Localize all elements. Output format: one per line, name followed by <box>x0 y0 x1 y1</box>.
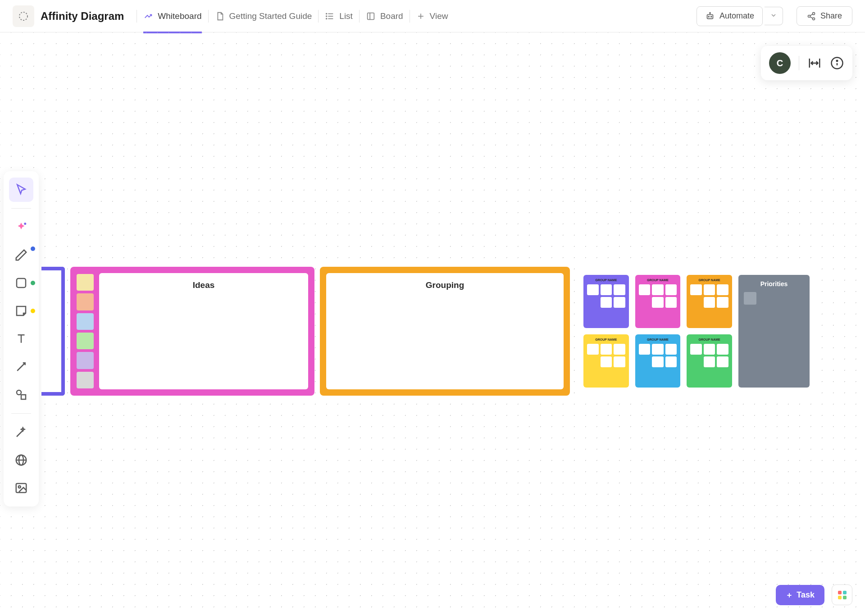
svg-point-18 <box>812 18 815 20</box>
chevron-down-icon <box>770 12 777 19</box>
cell[interactable] <box>614 297 625 308</box>
cell[interactable] <box>717 344 728 355</box>
tool-sticky[interactable] <box>9 299 33 323</box>
cube-item[interactable] <box>77 313 94 330</box>
cell[interactable] <box>587 284 599 295</box>
tab-label: List <box>339 11 353 21</box>
group-card[interactable]: GROUP NAME <box>687 334 732 388</box>
cell[interactable] <box>652 297 664 308</box>
svg-line-19 <box>810 14 813 15</box>
group-card[interactable]: GROUP NAME <box>635 275 681 328</box>
cell[interactable] <box>704 297 715 308</box>
cell[interactable] <box>704 356 715 367</box>
svg-point-39 <box>18 486 21 488</box>
page-title: Affinity Diagram <box>41 10 124 23</box>
group-card[interactable]: GROUP NAME <box>635 334 681 388</box>
divider <box>359 10 360 23</box>
cell[interactable] <box>690 284 702 295</box>
cell[interactable] <box>652 344 664 355</box>
cell[interactable] <box>601 284 612 295</box>
tool-connector[interactable] <box>9 355 33 379</box>
board-icon <box>366 11 376 21</box>
cell[interactable] <box>614 356 625 367</box>
tool-text[interactable] <box>9 327 33 351</box>
cell[interactable] <box>601 344 612 355</box>
cell[interactable] <box>652 284 664 295</box>
tab-board[interactable]: Board <box>366 8 403 25</box>
add-view-button[interactable]: View <box>416 11 448 21</box>
grouping-content[interactable]: Grouping <box>326 273 564 389</box>
tool-select[interactable] <box>9 178 33 202</box>
group-card[interactable]: GROUP NAME <box>687 275 732 328</box>
cell[interactable] <box>665 297 677 308</box>
cubes-column <box>77 273 94 389</box>
cell[interactable] <box>704 284 715 295</box>
cell[interactable] <box>639 344 651 355</box>
fit-width-button[interactable] <box>807 56 822 70</box>
tool-more-shapes[interactable] <box>9 383 33 407</box>
group-cells <box>690 284 728 308</box>
cell[interactable] <box>614 344 625 355</box>
svg-point-17 <box>808 15 810 17</box>
cell[interactable] <box>614 284 625 295</box>
cell[interactable] <box>717 284 728 295</box>
cell[interactable] <box>601 356 612 367</box>
tab-whiteboard[interactable]: Whiteboard <box>143 8 201 25</box>
automate-dropdown[interactable] <box>765 7 783 25</box>
cell[interactable] <box>639 284 651 295</box>
task-label: Task <box>797 590 815 600</box>
apps-icon <box>838 591 847 599</box>
priorities-panel[interactable]: Priorities <box>738 275 810 388</box>
svg-rect-7 <box>368 13 374 19</box>
info-button[interactable] <box>830 56 844 70</box>
ideas-content[interactable]: Ideas <box>99 273 308 389</box>
cell[interactable] <box>665 284 677 295</box>
group-cells <box>639 284 677 308</box>
ideas-title: Ideas <box>106 280 301 290</box>
share-icon <box>807 12 816 21</box>
group-card[interactable]: GROUP NAME <box>583 275 629 328</box>
svg-line-34 <box>17 431 23 437</box>
cell[interactable] <box>717 297 728 308</box>
whiteboard-canvas[interactable]: C <box>0 32 865 616</box>
group-card[interactable]: GROUP NAME <box>583 334 629 388</box>
cell[interactable] <box>665 356 677 367</box>
priority-slot[interactable] <box>744 292 756 305</box>
cell[interactable] <box>587 344 599 355</box>
cell[interactable] <box>704 344 715 355</box>
automate-button[interactable]: Automate <box>697 6 763 26</box>
info-icon <box>830 56 844 70</box>
grouping-panel[interactable]: Grouping <box>320 267 570 396</box>
group-label: GROUP NAME <box>639 338 677 341</box>
cell[interactable] <box>601 297 612 308</box>
cube-item[interactable] <box>77 352 94 369</box>
cube-item[interactable] <box>77 293 94 310</box>
cell[interactable] <box>717 356 728 367</box>
sparkle-icon <box>14 220 28 234</box>
tab-getting-started[interactable]: Getting Started Guide <box>215 8 312 25</box>
cell[interactable] <box>652 356 664 367</box>
tool-web[interactable] <box>9 448 33 472</box>
task-button[interactable]: Task <box>776 585 824 605</box>
tool-ai[interactable] <box>9 215 33 239</box>
toolbar <box>4 171 39 506</box>
svg-point-15 <box>710 12 710 13</box>
share-button[interactable]: Share <box>797 6 852 26</box>
cube-item[interactable] <box>77 372 94 388</box>
tool-magic[interactable] <box>9 420 33 444</box>
cell[interactable] <box>690 344 702 355</box>
tool-image[interactable] <box>9 476 33 500</box>
avatar[interactable]: C <box>769 52 791 74</box>
tool-shape[interactable] <box>9 271 33 295</box>
edge-panel[interactable] <box>41 267 65 396</box>
cube-item[interactable] <box>77 274 94 291</box>
tool-pen[interactable] <box>9 243 33 267</box>
divider <box>410 10 410 23</box>
groups-section[interactable]: GROUP NAME GROUP NAME GROUP NAME <box>575 267 818 396</box>
ideas-panel[interactable]: Ideas <box>70 267 314 396</box>
cell[interactable] <box>665 344 677 355</box>
fit-width-icon <box>808 56 821 70</box>
apps-button[interactable] <box>832 584 852 605</box>
tab-list[interactable]: List <box>325 8 353 25</box>
cube-item[interactable] <box>77 333 94 349</box>
